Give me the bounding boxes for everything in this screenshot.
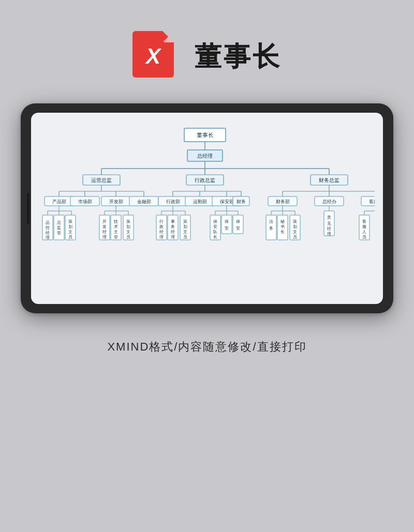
svg-text:安: 安 — [236, 226, 240, 231]
svg-rect-123 — [221, 215, 232, 234]
svg-text:安: 安 — [213, 224, 217, 229]
x-letter: X — [146, 44, 160, 69]
svg-text:策: 策 — [126, 219, 130, 224]
svg-text:开: 开 — [102, 219, 107, 224]
svg-text:政: 政 — [159, 224, 164, 229]
svg-text:理: 理 — [102, 235, 107, 239]
svg-text:财务部: 财务部 — [276, 199, 290, 204]
svg-text:保安部: 保安部 — [220, 199, 234, 204]
svg-text:行: 行 — [159, 219, 164, 224]
svg-text:理: 理 — [159, 235, 164, 239]
svg-text:理: 理 — [171, 235, 175, 239]
svg-text:服: 服 — [362, 224, 366, 229]
svg-text:长: 长 — [280, 230, 285, 234]
svg-rect-127 — [233, 215, 243, 234]
svg-text:书: 书 — [280, 224, 285, 229]
svg-text:总经理: 总经理 — [197, 153, 213, 159]
xmind-logo-icon: X — [132, 31, 179, 83]
org-chart-svg: 董事长 总经理 运营总监 行政总监 — [39, 123, 375, 288]
svg-text:管: 管 — [114, 235, 118, 239]
svg-text:员: 员 — [183, 235, 187, 239]
svg-text:运勤部: 运勤部 — [193, 199, 207, 204]
svg-text:见: 见 — [327, 221, 331, 226]
svg-text:经: 经 — [159, 230, 164, 234]
tablet-device: 董事长 总经理 运营总监 行政总监 — [21, 103, 393, 313]
svg-text:经: 经 — [171, 230, 175, 234]
svg-text:务: 务 — [269, 226, 273, 231]
svg-text:发: 发 — [102, 224, 107, 229]
svg-text:控: 控 — [46, 225, 50, 230]
svg-text:划: 划 — [183, 224, 187, 229]
svg-text:行政总监: 行政总监 — [195, 177, 215, 183]
svg-text:财务总监: 财务总监 — [319, 177, 339, 183]
svg-text:策: 策 — [183, 219, 187, 224]
svg-text:员: 员 — [293, 235, 297, 239]
svg-text:产品部: 产品部 — [52, 199, 66, 204]
svg-text:金融部: 金融部 — [137, 199, 151, 204]
svg-text:划: 划 — [68, 224, 72, 229]
svg-text:文: 文 — [126, 230, 130, 234]
page-header: X 董事长 — [132, 31, 282, 83]
tablet-screen: 董事长 总经理 运营总监 行政总监 — [31, 113, 383, 304]
svg-text:总: 总 — [56, 220, 61, 225]
svg-text:理: 理 — [46, 235, 50, 240]
svg-text:技: 技 — [113, 219, 118, 224]
svg-text:理: 理 — [327, 232, 331, 236]
svg-text:员: 员 — [68, 235, 72, 239]
svg-text:员: 员 — [126, 235, 130, 239]
svg-text:务: 务 — [171, 224, 175, 229]
svg-text:安: 安 — [225, 226, 229, 231]
svg-text:划: 划 — [126, 224, 130, 229]
svg-text:队: 队 — [213, 230, 217, 234]
svg-text:市场部: 市场部 — [78, 199, 92, 204]
svg-text:人: 人 — [362, 230, 366, 234]
svg-text:开发部: 开发部 — [109, 199, 123, 204]
svg-text:管: 管 — [57, 231, 61, 235]
svg-text:保: 保 — [213, 219, 217, 224]
org-chart-container: 董事长 总经理 运营总监 行政总监 — [39, 123, 375, 291]
svg-text:文: 文 — [183, 230, 187, 234]
svg-text:秘: 秘 — [280, 219, 285, 224]
svg-text:长: 长 — [213, 235, 217, 239]
svg-text:监: 监 — [57, 225, 61, 230]
page-title: 董事长 — [195, 39, 282, 75]
svg-text:主: 主 — [114, 230, 118, 234]
svg-text:文: 文 — [68, 230, 72, 234]
svg-text:经: 经 — [46, 231, 50, 235]
svg-text:经: 经 — [102, 230, 107, 234]
svg-text:行政部: 行政部 — [166, 199, 180, 204]
svg-text:划: 划 — [293, 224, 297, 229]
svg-text:董事长: 董事长 — [197, 132, 214, 138]
svg-text:术: 术 — [114, 224, 118, 229]
svg-text:客服部: 客服部 — [369, 199, 375, 204]
svg-text:财务: 财务 — [236, 199, 246, 204]
svg-text:员: 员 — [362, 235, 366, 239]
svg-text:运营总监: 运营总监 — [91, 177, 112, 183]
svg-text:总经办: 总经办 — [322, 199, 336, 204]
svg-text:保: 保 — [225, 219, 229, 224]
svg-text:文: 文 — [293, 230, 297, 234]
svg-text:意: 意 — [327, 215, 331, 220]
svg-text:客: 客 — [362, 219, 366, 224]
svg-text:保: 保 — [236, 219, 240, 224]
svg-text:品: 品 — [46, 220, 50, 225]
svg-text:法: 法 — [269, 219, 273, 224]
svg-text:经: 经 — [327, 226, 331, 231]
svg-text:事: 事 — [171, 219, 175, 224]
caption-text: XMIND格式/内容随意修改/直接打印 — [107, 339, 306, 355]
svg-text:策: 策 — [68, 219, 72, 224]
svg-text:策: 策 — [293, 219, 297, 224]
